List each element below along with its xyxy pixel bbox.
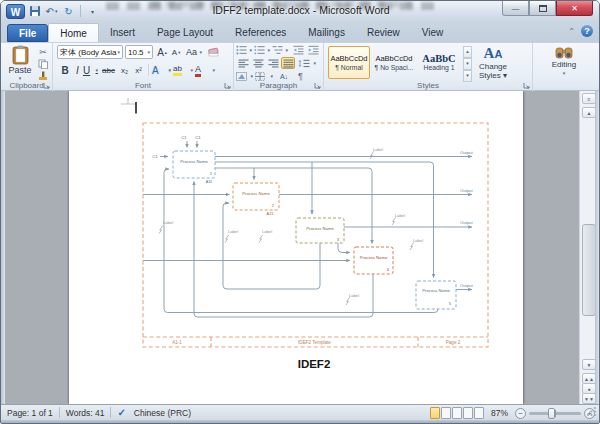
next-page-button[interactable]: ▼▼ <box>582 393 596 404</box>
tab-file[interactable]: File <box>7 24 48 42</box>
shrink-font-button[interactable]: A▼ <box>170 45 183 59</box>
increase-indent-icon <box>308 45 319 55</box>
styles-scroll-down-icon[interactable]: ▼ <box>463 58 472 70</box>
clear-formatting-button[interactable] <box>206 45 221 59</box>
decrease-indent-button[interactable] <box>291 44 305 56</box>
collapse-ribbon-icon[interactable]: ⌃ <box>568 27 575 36</box>
justify-button[interactable] <box>281 57 295 69</box>
paragraph-dialog-launcher[interactable] <box>314 82 322 90</box>
styles-gallery-scroll: ▲ ▼ ▼ <box>463 46 472 79</box>
c1-label-top-1: C1 <box>181 135 187 140</box>
status-bar: Page: 1 of 1 Words: 41 ✓ Chinese (PRC) 8… <box>1 404 600 420</box>
font-size-select[interactable]: 10.5 ▾ <box>125 45 153 59</box>
increase-indent-button[interactable] <box>306 44 320 56</box>
clipboard-icon <box>12 45 29 65</box>
resize-grip[interactable] <box>586 406 597 417</box>
numbering-button[interactable]: ▾ <box>254 44 270 56</box>
tab-references[interactable]: References <box>224 23 297 42</box>
editing-button[interactable]: Editing ▾ <box>547 45 581 87</box>
zoom-level[interactable]: 87% <box>491 408 508 418</box>
zoom-slider[interactable] <box>529 412 581 415</box>
highlight-color-button[interactable]: ab▾ <box>173 63 193 77</box>
bold-button[interactable]: B <box>59 63 71 77</box>
style-heading-1[interactable]: AaBbC Heading 1 <box>418 46 460 79</box>
paintbrush-icon <box>38 71 48 81</box>
text-boundary-mark <box>121 98 135 104</box>
save-button[interactable] <box>27 4 42 19</box>
align-left-button[interactable] <box>236 57 250 69</box>
box2-node: A21 <box>267 212 274 216</box>
annotation-label-7: Label <box>349 293 359 298</box>
tab-home[interactable]: Home <box>48 23 99 42</box>
annotation-label-6: Label <box>413 238 423 243</box>
paste-button[interactable]: Paste ▾ <box>7 45 33 86</box>
redo-button[interactable]: ↻ <box>61 4 76 19</box>
page-indicator[interactable]: Page: 1 of 1 <box>1 405 59 421</box>
fullscreen-reading-view-button[interactable] <box>441 407 451 419</box>
font-dialog-launcher[interactable] <box>224 82 232 90</box>
word-window: W ↶▾ ↻ ▾ IDFF2 template.docx - Microsoft… <box>0 0 600 424</box>
window-left-edge <box>1 91 5 404</box>
align-center-button[interactable] <box>251 57 265 69</box>
help-icon[interactable]: ? <box>581 25 593 37</box>
superscript-label: x² <box>135 66 142 75</box>
styles-scroll-up-icon[interactable]: ▲ <box>463 46 472 58</box>
ruler-toggle-button[interactable]: ≡ <box>582 93 596 104</box>
word-app-icon[interactable]: W <box>6 4 25 19</box>
justify-icon <box>283 59 294 68</box>
tab-review[interactable]: Review <box>356 23 411 42</box>
zoom-slider-thumb[interactable] <box>548 408 555 419</box>
cut-button[interactable]: ✂ <box>36 46 50 58</box>
tab-page-layout[interactable]: Page Layout <box>146 23 224 42</box>
style-no-spacing[interactable]: AaBbCcDd ¶ No Spaci... <box>373 46 415 79</box>
change-styles-label-1: Change <box>479 62 507 71</box>
undo-dropdown-icon[interactable]: ▾ <box>55 8 58 14</box>
strikethrough-button[interactable]: abc <box>100 63 117 77</box>
zoom-out-button[interactable]: − <box>515 408 526 419</box>
web-layout-view-button[interactable] <box>452 407 462 419</box>
copy-button[interactable] <box>36 58 50 70</box>
italic-button[interactable]: I <box>72 63 83 77</box>
font-name-select[interactable]: 宋体 (Body Asia ▾ <box>57 45 123 59</box>
scrollbar-thumb[interactable] <box>582 224 596 316</box>
word-count[interactable]: Words: 41 <box>60 405 111 421</box>
proofing-status[interactable]: ✓ <box>111 405 131 421</box>
scroll-up-icon[interactable]: ▲ <box>582 107 596 118</box>
figure-caption: IDEF2 <box>298 358 331 370</box>
styles-dialog-launcher[interactable] <box>523 82 531 90</box>
clipboard-dialog-launcher[interactable] <box>43 82 51 90</box>
print-layout-view-button[interactable] <box>430 407 440 419</box>
qat-customize-button[interactable]: ▾ <box>85 4 100 19</box>
change-case-button[interactable]: Aa▾ <box>186 45 202 59</box>
clipboard-group: Paste ▾ ✂ Clipboard <box>1 43 53 91</box>
superscript-button[interactable]: x² <box>132 63 145 77</box>
tab-mailings[interactable]: Mailings <box>297 23 356 42</box>
close-button[interactable]: ✕ <box>556 1 593 16</box>
multilevel-list-button[interactable]: ▾ <box>272 44 288 56</box>
decrease-indent-icon <box>293 45 304 55</box>
subscript-button[interactable]: x₂ <box>118 63 131 77</box>
font-size-value: 10.5 <box>128 48 144 57</box>
language-indicator[interactable]: Chinese (PRC) <box>132 405 197 421</box>
text-effects-button[interactable]: A▾ <box>152 63 171 77</box>
minimize-button[interactable]: — <box>502 1 529 16</box>
grow-font-button[interactable]: A▲ <box>156 45 169 59</box>
align-right-button[interactable] <box>266 57 280 69</box>
scroll-down-icon[interactable]: ▼ <box>582 359 596 370</box>
paragraph-group: ▾ ▾ ▾ <box>234 43 324 91</box>
bullets-button[interactable]: ▾ <box>236 44 252 56</box>
underline-button[interactable]: U▾ <box>83 63 98 77</box>
restore-button[interactable] <box>529 1 556 16</box>
font-color-button[interactable]: A▾ <box>195 63 215 77</box>
tab-view[interactable]: View <box>411 23 455 42</box>
line-spacing-button[interactable]: ▾ <box>298 57 316 69</box>
box1-name: Process Name <box>180 159 208 164</box>
outline-view-button[interactable] <box>463 407 473 419</box>
tab-insert[interactable]: Insert <box>99 23 146 42</box>
draft-view-button[interactable] <box>474 407 484 419</box>
font-group-label: Font <box>53 81 233 90</box>
idef2-diagram-canvas[interactable]: A1-1 IDEF2 Template Page 2 <box>1 91 600 404</box>
undo-button[interactable]: ↶▾ <box>44 4 59 19</box>
style-normal[interactable]: AaBbCcDd ¶ Normal <box>328 46 370 79</box>
bullet-list-icon <box>236 45 247 55</box>
